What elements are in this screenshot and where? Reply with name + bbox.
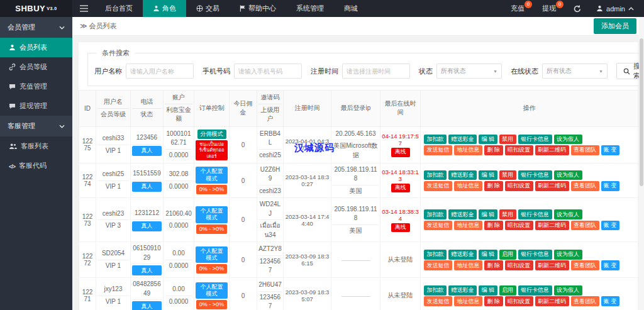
- op-button[interactable]: 暗扣设置: [505, 145, 533, 155]
- user-menu[interactable]: admin: [590, 0, 644, 17]
- op-button[interactable]: 暗扣设置: [505, 221, 533, 231]
- regtime-input[interactable]: [342, 64, 410, 79]
- op-button[interactable]: 查看团队: [571, 296, 599, 306]
- op-button[interactable]: 编 辑: [479, 250, 497, 260]
- op-button[interactable]: 地址信息: [454, 221, 482, 231]
- vertical-scrollbar[interactable]: [639, 17, 644, 310]
- add-member-button[interactable]: 添加会员: [594, 18, 636, 34]
- op-button[interactable]: 账 变: [601, 145, 620, 155]
- op-button[interactable]: 发送短信: [424, 260, 452, 270]
- op-button[interactable]: 发送短信: [424, 181, 452, 191]
- op-button[interactable]: 编 辑: [479, 285, 497, 296]
- op-button[interactable]: 设为假人: [554, 250, 582, 260]
- op-button[interactable]: 删 除: [484, 145, 503, 155]
- op-button[interactable]: 账 变: [601, 260, 620, 270]
- op-button[interactable]: 刷新二维码: [535, 221, 569, 231]
- op-button[interactable]: 编 辑: [479, 135, 497, 145]
- op-button[interactable]: 删 除: [484, 181, 503, 191]
- op-button[interactable]: 加扣款: [424, 209, 447, 219]
- nav-item[interactable]: 系统管理: [286, 0, 334, 17]
- op-button[interactable]: 发送短信: [424, 296, 452, 306]
- op-button[interactable]: 账 变: [601, 296, 620, 306]
- op-button[interactable]: 禁用: [499, 209, 516, 219]
- op-button[interactable]: 编 辑: [479, 170, 497, 180]
- nav-item[interactable]: 帮助中心: [230, 0, 286, 17]
- status-select[interactable]: 所有状态 ▼: [436, 64, 502, 79]
- op-button[interactable]: 删 除: [484, 296, 503, 306]
- op-button[interactable]: 刷新二维码: [535, 181, 569, 191]
- op-button[interactable]: 禁用: [499, 135, 516, 145]
- op-button[interactable]: 地址信息: [454, 296, 482, 306]
- op-button[interactable]: 发送短信: [424, 221, 452, 231]
- op-button[interactable]: 编 辑: [479, 209, 497, 219]
- op-button[interactable]: 查看团队: [571, 260, 599, 270]
- order-mode-badge[interactable]: 个人配置模式: [196, 282, 228, 299]
- order-submode-badge[interactable]: 0% - >0%: [196, 264, 227, 274]
- order-mode-badge[interactable]: 分佣模式: [197, 130, 226, 139]
- op-button[interactable]: 刷新二维码: [535, 260, 569, 270]
- order-mode-badge[interactable]: 个人配置模式: [196, 206, 228, 223]
- op-button[interactable]: 赠送彩金: [448, 209, 477, 219]
- sidebar-item[interactable]: 会员列表: [0, 38, 72, 57]
- op-button[interactable]: 银行卡信息: [518, 285, 552, 296]
- quick-link[interactable]: 充值0: [502, 0, 533, 17]
- op-button[interactable]: 暗扣设置: [505, 181, 533, 191]
- order-mode-badge[interactable]: 个人配置模式: [196, 167, 228, 184]
- order-submode-badge[interactable]: 0% - >0%: [196, 224, 227, 234]
- op-button[interactable]: 银行卡信息: [518, 250, 552, 260]
- sidebar-item[interactable]: 会员等级: [0, 57, 72, 77]
- order-submode-badge[interactable]: 0% - >0%: [196, 300, 227, 309]
- op-button[interactable]: 设为假人: [554, 209, 582, 219]
- sidebar-item[interactable]: 客服列表: [0, 136, 72, 156]
- op-button[interactable]: 查看团队: [571, 221, 599, 231]
- nav-item[interactable]: 交易: [186, 0, 230, 17]
- hamburger-menu-icon[interactable]: [72, 0, 95, 17]
- op-button[interactable]: 地址信息: [454, 260, 482, 270]
- op-button[interactable]: 赠送彩金: [448, 135, 477, 145]
- op-button[interactable]: 银行卡信息: [518, 135, 552, 145]
- op-button[interactable]: 赠送彩金: [448, 250, 477, 260]
- nav-item[interactable]: 后台首页: [95, 0, 143, 17]
- op-button[interactable]: 赠送彩金: [448, 285, 477, 296]
- op-button[interactable]: 地址信息: [454, 145, 482, 155]
- op-button[interactable]: 刷新二维码: [535, 145, 569, 155]
- op-button[interactable]: 删 除: [484, 221, 503, 231]
- online-select[interactable]: 所有状态 ▼: [542, 64, 608, 79]
- op-button[interactable]: 地址信息: [454, 181, 482, 191]
- op-button[interactable]: 查看团队: [571, 145, 599, 155]
- order-submode-badge[interactable]: 0% - >0%: [196, 185, 227, 194]
- phone-input[interactable]: [234, 64, 302, 79]
- op-button[interactable]: 查看团队: [571, 181, 599, 191]
- op-button[interactable]: 删 除: [484, 260, 503, 270]
- op-button[interactable]: 刷新二维码: [535, 296, 569, 306]
- op-button[interactable]: 加扣款: [424, 250, 447, 260]
- sidebar-item[interactable]: </>客服代码: [0, 156, 72, 175]
- op-button[interactable]: 设为假人: [554, 170, 582, 180]
- op-button[interactable]: 暗扣设置: [505, 296, 533, 306]
- op-button[interactable]: 账 变: [601, 221, 620, 231]
- op-button[interactable]: 账 变: [601, 181, 620, 191]
- op-button[interactable]: 加扣款: [424, 285, 447, 296]
- op-button[interactable]: 加扣款: [424, 135, 447, 145]
- quick-link[interactable]: 提现0: [533, 0, 565, 17]
- op-button[interactable]: 银行卡信息: [518, 170, 552, 180]
- order-mode-badge[interactable]: 个人配置模式: [196, 246, 228, 263]
- op-button[interactable]: 加扣款: [424, 170, 447, 180]
- sidebar-item[interactable]: 充值管理: [0, 77, 72, 96]
- op-button[interactable]: 赠送彩金: [448, 170, 477, 180]
- order-submode-badge[interactable]: ชนะเป็นเปอร์เซ็นต์ทุกออเดอร์: [196, 140, 228, 160]
- username-input[interactable]: [126, 64, 194, 79]
- op-button[interactable]: 银行卡信息: [518, 209, 552, 219]
- op-button[interactable]: 禁用: [499, 170, 516, 180]
- sidebar-group-header[interactable]: 客服管理: [0, 116, 72, 136]
- op-button[interactable]: 设为假人: [554, 135, 582, 145]
- nav-item[interactable]: 商城: [334, 0, 368, 17]
- op-button[interactable]: 暗扣设置: [505, 260, 533, 270]
- op-button[interactable]: 发送短信: [424, 145, 452, 155]
- refresh-icon[interactable]: [565, 0, 590, 17]
- sidebar-group-header[interactable]: 会员管理: [0, 17, 72, 38]
- nav-item[interactable]: 角色: [143, 0, 186, 17]
- scrollbar-thumb[interactable]: [640, 38, 643, 186]
- op-button[interactable]: 设为假人: [554, 285, 582, 296]
- op-button[interactable]: 启用: [499, 285, 516, 296]
